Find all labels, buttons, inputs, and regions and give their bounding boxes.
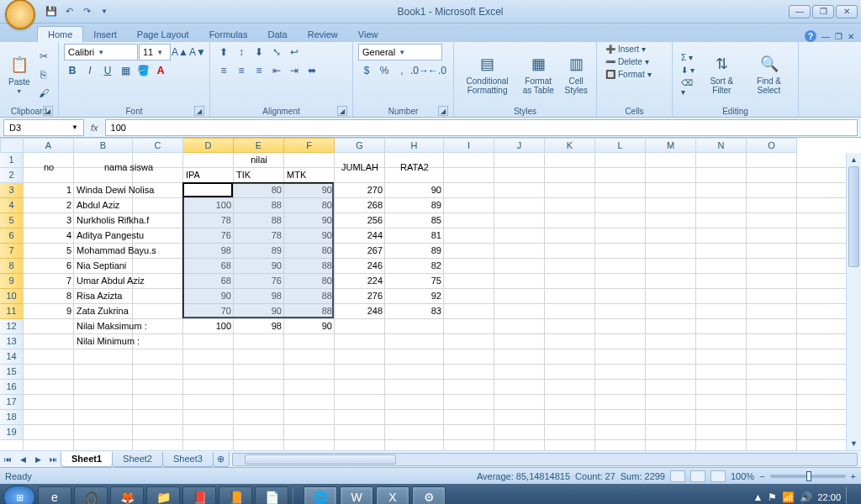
vertical-scrollbar[interactable]: ▲ ▼	[846, 153, 861, 450]
cell-E5[interactable]: 88	[234, 213, 284, 228]
conditional-formatting-button[interactable]: ▤Conditional Formatting	[459, 53, 515, 97]
fill-color-button[interactable]: 🪣	[135, 62, 151, 79]
tab-home[interactable]: Home	[37, 26, 83, 42]
cell-A3[interactable]: 1	[24, 183, 74, 198]
cell-H8[interactable]: 82	[385, 259, 444, 274]
cell-D3[interactable]: 100	[183, 183, 234, 198]
select-all-button[interactable]	[0, 138, 24, 153]
decrease-indent-icon[interactable]: ⇤	[268, 62, 285, 79]
scroll-up-icon[interactable]: ▲	[847, 153, 861, 166]
cell-A11[interactable]: 9	[24, 304, 74, 319]
align-center-icon[interactable]: ≡	[233, 62, 250, 79]
cell-G3[interactable]: 270	[335, 183, 385, 198]
zoom-out-button[interactable]: −	[759, 471, 764, 481]
cell-D11[interactable]: 70	[183, 304, 234, 319]
cell-E10[interactable]: 98	[234, 289, 284, 304]
scroll-down-icon[interactable]: ▼	[847, 437, 861, 450]
cell-H10[interactable]: 92	[385, 289, 444, 304]
border-button[interactable]: ▦	[117, 62, 134, 79]
taskbar-app4[interactable]: ⚙	[412, 486, 446, 504]
office-button[interactable]	[5, 0, 35, 29]
cell-B6[interactable]: Aditya Pangestu	[74, 228, 183, 244]
alignment-launcher[interactable]: ◢	[337, 106, 347, 116]
cell-H4[interactable]: 89	[385, 198, 444, 213]
find-select-button[interactable]: 🔍Find & Select	[745, 53, 793, 97]
format-painter-icon[interactable]: 🖌	[35, 85, 52, 102]
cell-D1[interactable]: nilai	[183, 153, 335, 168]
cell-H9[interactable]: 75	[385, 274, 444, 289]
cell-B12[interactable]: Nilai Maksimum :	[74, 319, 183, 334]
row-header-3[interactable]: 3	[0, 183, 24, 198]
cell-D7[interactable]: 98	[183, 244, 234, 259]
row-header-9[interactable]: 9	[0, 274, 24, 289]
tab-insert[interactable]: Insert	[83, 27, 127, 42]
cell-F10[interactable]: 88	[284, 289, 335, 304]
cell-E2[interactable]: TIK	[234, 168, 284, 183]
cell-E8[interactable]: 90	[234, 259, 284, 274]
row-header-5[interactable]: 5	[0, 213, 24, 228]
taskbar-powerpoint[interactable]: 📙	[219, 486, 252, 504]
copy-icon[interactable]: ⎘	[35, 66, 52, 83]
row-header-2[interactable]: 2	[0, 168, 24, 183]
minimize-ribbon-button[interactable]: —	[821, 32, 830, 41]
doc-close-button[interactable]: ✕	[848, 32, 854, 41]
cell-H3[interactable]: 90	[385, 183, 444, 198]
taskbar-ie[interactable]: e	[38, 486, 71, 504]
zoom-in-button[interactable]: +	[851, 471, 856, 481]
cell-D8[interactable]: 68	[183, 259, 234, 274]
cell-B3[interactable]: Winda Dewi Nolisa	[74, 183, 183, 198]
taskbar-app3[interactable]: 📄	[255, 486, 288, 504]
cell-H5[interactable]: 85	[385, 213, 444, 228]
row-header-4[interactable]: 4	[0, 198, 24, 213]
cell-E9[interactable]: 76	[234, 274, 284, 289]
orientation-icon[interactable]: ⤡	[268, 44, 285, 60]
cell-A7[interactable]: 5	[24, 244, 74, 259]
vscroll-thumb[interactable]	[848, 166, 859, 267]
cell-A5[interactable]: 3	[24, 213, 74, 228]
row-header-12[interactable]: 12	[0, 319, 24, 334]
taskbar-excel[interactable]: X	[376, 486, 409, 504]
next-sheet-button[interactable]: ▶	[30, 452, 45, 467]
col-header-N[interactable]: N	[696, 138, 747, 153]
cell-F8[interactable]: 88	[284, 259, 335, 274]
maximize-button[interactable]: ❐	[812, 5, 834, 18]
first-sheet-button[interactable]: ⏮	[0, 452, 15, 467]
redo-icon[interactable]: ↷	[79, 4, 94, 19]
tab-page-layout[interactable]: Page Layout	[127, 27, 199, 42]
format-as-table-button[interactable]: ▦Format as Table	[517, 53, 559, 97]
doc-restore-button[interactable]: ❐	[835, 32, 843, 41]
tab-view[interactable]: View	[348, 27, 388, 42]
save-icon[interactable]: 💾	[44, 4, 59, 19]
row-header-17[interactable]: 17	[0, 395, 24, 410]
bold-button[interactable]: B	[64, 62, 81, 79]
cell-G1[interactable]: JUMLAH	[335, 153, 385, 183]
cell-F3[interactable]: 90	[284, 183, 335, 198]
cell-A1[interactable]: no	[24, 153, 74, 183]
cell-H7[interactable]: 89	[385, 244, 444, 259]
undo-icon[interactable]: ↶	[61, 4, 77, 19]
insert-cells-button[interactable]: ➕ Insert ▾	[602, 44, 649, 55]
delete-cells-button[interactable]: ➖ Delete ▾	[602, 56, 652, 67]
col-header-B[interactable]: B	[74, 138, 133, 153]
font-launcher[interactable]: ◢	[194, 106, 204, 116]
cell-B13[interactable]: Nilai Minimum :	[74, 334, 183, 349]
cell-H11[interactable]: 83	[385, 304, 444, 319]
taskbar-app2[interactable]: 📕	[182, 486, 216, 504]
cell-A10[interactable]: 8	[24, 289, 74, 304]
cell-styles-button[interactable]: ▥Cell Styles	[561, 53, 591, 97]
new-sheet-button[interactable]: ⊕	[213, 452, 230, 467]
cell-D5[interactable]: 78	[183, 213, 234, 228]
start-button[interactable]: ⊞	[3, 486, 35, 504]
col-header-K[interactable]: K	[545, 138, 595, 153]
qat-customize-icon[interactable]: ▼	[97, 4, 112, 19]
col-header-D[interactable]: D	[183, 138, 234, 153]
number-format-combo[interactable]: General▼	[358, 44, 442, 60]
cell-F2[interactable]: MTK	[284, 168, 335, 183]
cell-G7[interactable]: 267	[335, 244, 385, 259]
cell-B5[interactable]: Nurkholis Rifkha.f	[74, 213, 183, 228]
tab-data[interactable]: Data	[257, 27, 297, 42]
row-header-15[interactable]: 15	[0, 365, 24, 380]
sheet-tab-Sheet1[interactable]: Sheet1	[61, 452, 113, 467]
tray-flag-icon[interactable]: ⚑	[768, 491, 777, 503]
taskbar-firefox[interactable]: 🦊	[110, 486, 144, 504]
